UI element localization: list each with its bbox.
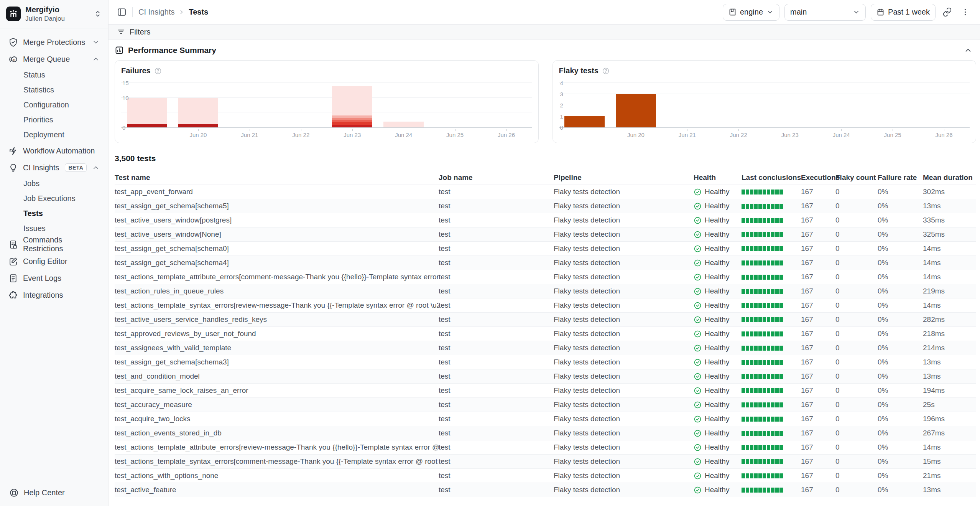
sidebar-item-issues[interactable]: Issues — [5, 221, 104, 236]
sidebar-item-ci-insights[interactable]: CI InsightsBETA — [5, 159, 104, 176]
conclusion-square — [758, 473, 762, 478]
cell-mean-duration: 25s — [923, 401, 976, 409]
cell-mean-duration: 15ms — [923, 457, 976, 466]
help-icon[interactable] — [154, 67, 162, 75]
copy-link-button[interactable] — [941, 7, 954, 17]
conclusion-square — [750, 289, 753, 294]
tests-table: test_app_event_forwardtestFlaky tests de… — [115, 185, 976, 497]
sidebar-item-tests[interactable]: Tests — [5, 206, 104, 221]
chart-slot-jun-23 — [764, 81, 816, 127]
more-menu-button[interactable] — [959, 8, 972, 16]
conclusion-square — [763, 303, 766, 308]
sidebar-item-job-executions[interactable]: Job Executions — [5, 191, 104, 206]
cell-flaky-count: 0 — [835, 188, 878, 196]
sidebar-item-integrations[interactable]: Integrations — [5, 287, 104, 303]
conclusion-square — [779, 218, 783, 223]
table-row[interactable]: test_active_users_service_handles_redis_… — [115, 312, 976, 326]
table-row[interactable]: test_assign_get_schema[schema4]testFlaky… — [115, 255, 976, 270]
bar-segment — [178, 98, 218, 125]
table-row[interactable]: test_assign_get_schema[schema5]testFlaky… — [115, 199, 976, 213]
cell-health: Healthy — [694, 287, 742, 295]
table-row[interactable]: test_assign_get_schema[schema0]testFlaky… — [115, 241, 976, 255]
sidebar-item-statistics[interactable]: Statistics — [5, 82, 104, 97]
cell-mean-duration: 219ms — [923, 287, 976, 295]
table-row[interactable]: test_acquire_two_lockstestFlaky tests de… — [115, 412, 976, 426]
table-row[interactable]: test_active_users_window[None]testFlaky … — [115, 227, 976, 241]
repository-select[interactable]: engine — [723, 4, 779, 21]
table-row[interactable]: test_assignees_with_valid_templatetestFl… — [115, 341, 976, 355]
cell-mean-duration: 13ms — [923, 358, 976, 366]
conclusion-square — [779, 289, 783, 294]
conclusion-square — [754, 190, 758, 194]
check-circle-icon — [694, 202, 702, 210]
table-row[interactable]: test_accuracy_measuretestFlaky tests det… — [115, 397, 976, 412]
table-row[interactable]: test_actions_template_attribute_errors[r… — [115, 440, 976, 454]
table-row[interactable]: test_approved_reviews_by_user_not_foundt… — [115, 326, 976, 341]
sidebar-item-merge-queue[interactable]: nMerge Queue — [5, 51, 104, 68]
breadcrumb-section[interactable]: CI Insights — [138, 8, 174, 16]
conclusion-square — [763, 431, 766, 436]
cell-job-name: test — [439, 273, 554, 281]
table-row[interactable]: test_actions_template_syntax_errors[comm… — [115, 454, 976, 468]
x-axis-label: Jun 24 — [816, 129, 867, 139]
table-row[interactable]: test_assign_get_schema[schema3]testFlaky… — [115, 355, 976, 369]
sidebar-toggle-button[interactable] — [117, 7, 127, 17]
sidebar-item-workflow-automation[interactable]: Workflow Automation — [5, 142, 104, 159]
sidebar-item-priorities[interactable]: Priorities — [5, 112, 104, 127]
conclusion-square — [775, 417, 779, 422]
flaky-tests-chart: 01234 — [559, 81, 970, 128]
branch-select[interactable]: main — [784, 4, 866, 21]
table-row[interactable]: test_action_events_stored_in_dbtestFlaky… — [115, 426, 976, 440]
date-range-button[interactable]: Past 1 week — [871, 4, 936, 21]
sidebar-item-deployment[interactable]: Deployment — [5, 127, 104, 142]
table-row[interactable]: test_active_featuretestFlaky tests detec… — [115, 483, 976, 497]
health-label: Healthy — [705, 188, 729, 196]
workspace-switcher[interactable]: Mergifyio Julien Danjou — [0, 0, 108, 28]
table-row[interactable]: test_actions_with_options_nonetestFlaky … — [115, 468, 976, 483]
cell-pipeline: Flaky tests detection — [554, 429, 694, 437]
conclusion-square — [775, 445, 779, 450]
topbar-divider — [132, 7, 133, 17]
chevron-down-icon — [766, 8, 774, 16]
chart-slot-jun-24 — [378, 81, 429, 127]
table-row[interactable]: test_action_rules_in_queue_rulestestFlak… — [115, 284, 976, 298]
table-row[interactable]: test_actions_template_syntax_errors[revi… — [115, 298, 976, 312]
table-row[interactable]: test_acquire_same_lock_raises_an_errorte… — [115, 383, 976, 397]
conclusion-square — [742, 473, 745, 478]
help-icon[interactable] — [602, 67, 610, 75]
sidebar-item-jobs[interactable]: Jobs — [5, 176, 104, 191]
cell-job-name: test — [439, 372, 554, 381]
conclusion-square — [754, 473, 758, 478]
table-row[interactable]: test_actions_template_attribute_errors[c… — [115, 270, 976, 284]
sidebar-item-config-editor[interactable]: Config Editor — [5, 253, 104, 270]
collapse-section-button[interactable] — [964, 46, 972, 54]
cell-test-name: test_actions_template_syntax_errors[revi… — [115, 301, 439, 310]
table-row[interactable]: test_active_users_window[postgres]testFl… — [115, 213, 976, 227]
cell-health: Healthy — [694, 230, 742, 239]
sidebar-item-configuration[interactable]: Configuration — [5, 97, 104, 112]
column-header-pipeline: Pipeline — [554, 173, 694, 182]
cell-pipeline: Flaky tests detection — [554, 372, 694, 381]
last-conclusions-bar — [742, 246, 796, 251]
health-label: Healthy — [705, 457, 729, 466]
table-row[interactable]: test_and_condition_modeltestFlaky tests … — [115, 369, 976, 383]
cell-mean-duration: 21ms — [923, 471, 976, 480]
sidebar-item-commands-restrictions[interactable]: Commands Restrictions — [5, 236, 104, 253]
help-center-button[interactable]: Help Center — [0, 481, 108, 506]
filters-button[interactable]: Filters — [117, 28, 150, 36]
check-circle-icon — [694, 245, 702, 253]
conclusion-square — [763, 360, 766, 365]
table-row[interactable]: test_app_event_forwardtestFlaky tests de… — [115, 185, 976, 199]
y-axis-label: 10 — [122, 94, 129, 101]
cell-pipeline: Flaky tests detection — [554, 415, 694, 423]
conclusion-square — [750, 360, 753, 365]
conclusion-square — [742, 260, 745, 265]
sidebar-item-event-logs[interactable]: Event Logs — [5, 270, 104, 287]
cell-health: Healthy — [694, 358, 742, 366]
x-axis-label: Jun 26 — [918, 129, 970, 139]
sidebar-item-merge-protections[interactable]: Merge Protections — [5, 34, 104, 51]
cell-executions: 167 — [801, 287, 835, 295]
conclusion-square — [779, 275, 783, 280]
cell-last-conclusions — [742, 374, 801, 379]
sidebar-item-status[interactable]: Status — [5, 68, 104, 82]
